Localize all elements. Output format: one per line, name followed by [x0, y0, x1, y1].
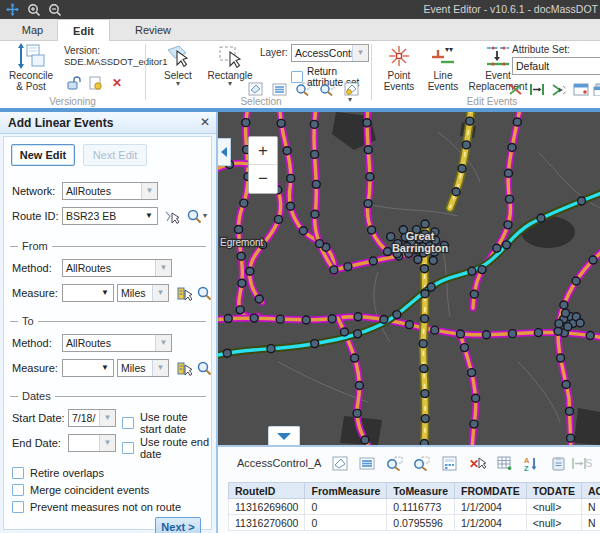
select-route-on-map-icon[interactable] — [162, 207, 182, 225]
event-point-marker[interactable] — [277, 119, 285, 127]
event-point-marker[interactable] — [557, 354, 565, 362]
col-tomeasure[interactable]: ToMeasure — [387, 483, 455, 499]
pan-icon[interactable] — [4, 2, 21, 17]
to-unit-combo[interactable]: Miles ▼ — [117, 359, 169, 377]
event-point-marker[interactable] — [421, 415, 429, 423]
table-add-rows-icon[interactable] — [495, 454, 515, 472]
event-point-marker[interactable] — [466, 117, 474, 125]
tab-review[interactable]: Review — [128, 19, 178, 41]
event-point-marker[interactable] — [468, 267, 476, 275]
event-point-marker[interactable] — [274, 215, 282, 223]
event-point-marker[interactable] — [431, 326, 439, 334]
event-point-marker[interactable] — [419, 340, 427, 348]
to-measure-zoom-icon[interactable] — [194, 359, 214, 377]
from-method-combo[interactable]: AllRoutes ▼ — [62, 259, 172, 277]
event-point-marker[interactable] — [380, 315, 388, 323]
event-point-marker[interactable] — [316, 240, 324, 248]
event-point-marker[interactable] — [506, 195, 514, 203]
event-point-marker[interactable] — [458, 165, 466, 173]
event-point-marker[interactable] — [240, 199, 248, 207]
event-point-marker[interactable] — [576, 319, 584, 327]
event-point-marker[interactable] — [503, 241, 511, 249]
selection-list-icon[interactable] — [270, 81, 288, 97]
event-point-marker[interactable] — [311, 340, 319, 348]
event-point-marker[interactable] — [421, 315, 429, 323]
event-point-marker[interactable] — [351, 354, 359, 362]
to-measure-pick-icon[interactable] — [174, 359, 194, 377]
event-point-marker[interactable] — [353, 409, 361, 417]
event-point-marker[interactable] — [393, 311, 401, 319]
event-point-marker[interactable] — [364, 200, 372, 208]
from-measure-zoom-icon[interactable] — [194, 284, 214, 302]
from-measure-caret-icon[interactable]: ▼ — [97, 285, 113, 301]
event-point-marker[interactable] — [566, 407, 574, 415]
event-point-marker[interactable] — [468, 369, 476, 377]
event-point-marker[interactable] — [508, 330, 516, 338]
event-point-marker[interactable] — [560, 301, 568, 309]
new-version-icon[interactable] — [86, 75, 104, 91]
select-tool-button[interactable]: Select ▾ — [154, 42, 202, 87]
event-point-marker[interactable] — [537, 214, 545, 222]
event-point-marker[interactable] — [363, 119, 371, 127]
event-point-marker[interactable] — [504, 221, 512, 229]
event-point-marker[interactable] — [555, 320, 563, 328]
event-point-marker[interactable] — [361, 436, 369, 444]
event-point-marker[interactable] — [238, 279, 246, 287]
event-point-marker[interactable] — [246, 267, 254, 275]
use-end-date-checkbox[interactable] — [122, 442, 134, 454]
next-button[interactable]: Next > — [155, 517, 201, 533]
from-method-caret-icon[interactable]: ▼ — [155, 260, 171, 276]
event-point-marker[interactable] — [283, 147, 291, 155]
event-point-marker[interactable] — [420, 365, 428, 373]
event-point-marker[interactable] — [302, 316, 310, 324]
event-point-marker[interactable] — [364, 146, 372, 154]
event-point-marker[interactable] — [354, 313, 362, 321]
event-point-marker[interactable] — [472, 394, 480, 402]
event-point-marker[interactable] — [311, 210, 319, 218]
route-zoom-icon[interactable] — [184, 207, 204, 225]
network-combo[interactable]: AllRoutes ▼ — [62, 182, 158, 200]
zoom-out-tool-icon[interactable] — [46, 2, 63, 17]
retire-overlaps-checkbox[interactable] — [12, 467, 24, 479]
event-point-marker[interactable] — [368, 226, 376, 234]
collapse-table-tab[interactable] — [268, 426, 300, 445]
to-measure-caret-icon[interactable]: ▼ — [97, 360, 113, 376]
to-unit-caret-icon[interactable]: ▼ — [152, 360, 168, 376]
tab-map[interactable]: Map — [10, 19, 55, 41]
event-point-marker[interactable] — [534, 329, 542, 337]
event-point-marker[interactable] — [328, 315, 336, 323]
event-point-marker[interactable] — [421, 220, 429, 228]
table-row[interactable]: 11316270600 0 0.0795596 1/1/2004 <null> … — [229, 515, 600, 531]
table-row[interactable]: 11316269600 0 0.1116773 1/1/2004 <null> … — [229, 499, 600, 515]
table-zoom-selected-icon[interactable] — [384, 454, 404, 472]
event-point-marker[interactable] — [235, 225, 243, 233]
event-point-marker[interactable] — [330, 266, 338, 274]
event-point-marker[interactable] — [482, 331, 490, 339]
event-point-marker[interactable] — [414, 255, 422, 263]
event-point-marker[interactable] — [589, 256, 597, 264]
collapse-panel-tab[interactable] — [218, 138, 231, 166]
event-point-marker[interactable] — [513, 118, 521, 126]
event-point-marker[interactable] — [578, 197, 586, 205]
network-combo-caret-icon[interactable]: ▼ — [141, 183, 157, 199]
zoom-to-selected-icon[interactable] — [294, 81, 312, 97]
tab-edit[interactable]: Edit — [57, 19, 110, 41]
event-point-marker[interactable] — [267, 345, 275, 353]
event-point-marker[interactable] — [421, 290, 429, 298]
event-point-marker[interactable] — [236, 306, 244, 314]
select-options-caret-icon[interactable]: ▾ — [348, 97, 352, 103]
event-point-marker[interactable] — [586, 331, 594, 339]
zoom-in-button[interactable]: + — [249, 137, 277, 165]
to-method-caret-icon[interactable]: ▼ — [155, 335, 171, 351]
merge-coincident-checkbox[interactable] — [12, 484, 24, 496]
event-point-marker[interactable] — [354, 330, 362, 338]
event-point-marker[interactable] — [312, 180, 320, 188]
use-start-date-checkbox[interactable] — [122, 417, 134, 429]
event-point-marker[interactable] — [421, 390, 429, 398]
end-date-combo[interactable]: ▼ — [68, 434, 116, 452]
unlock-version-icon[interactable] — [64, 75, 82, 91]
col-frommeasure[interactable]: FromMeasure — [305, 483, 387, 499]
line-events-button[interactable]: ▾▾ LineEvents — [422, 42, 464, 92]
route-id-combo-caret-icon[interactable]: ▼ — [141, 208, 157, 224]
event-point-marker[interactable] — [310, 120, 318, 128]
